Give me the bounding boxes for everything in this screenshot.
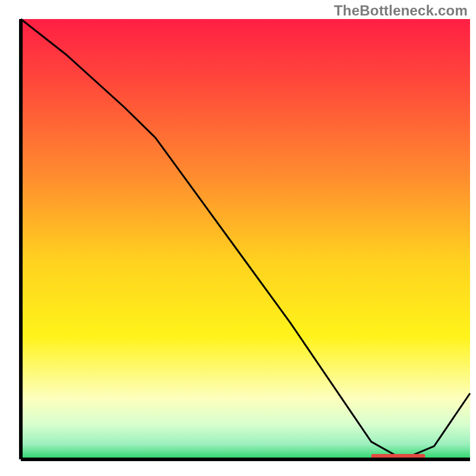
chart-background [21,19,470,459]
optimal-range-marker [371,454,425,458]
bottleneck-chart [0,0,476,476]
plot-area [21,19,470,459]
